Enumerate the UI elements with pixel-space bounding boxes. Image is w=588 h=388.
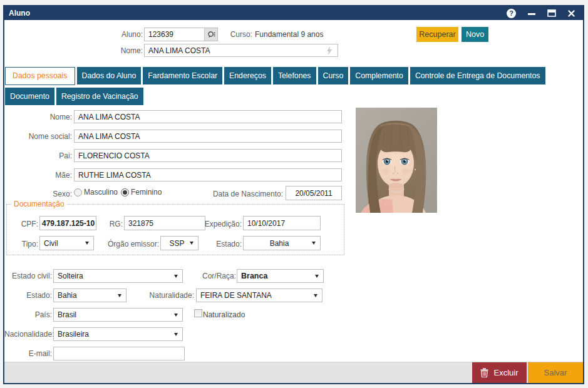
nome-social-label: Nome social: xyxy=(4,132,72,141)
cpf-label: CPF: xyxy=(7,220,38,228)
tab-fardamento-escolar[interactable]: Fardamento Escolar xyxy=(143,67,222,84)
radio-feminino-label: Feminino xyxy=(131,188,162,197)
nacionalidade-select[interactable]: Brasileira xyxy=(53,327,183,341)
naturalizado-checkbox[interactable] xyxy=(194,309,202,317)
trash-icon xyxy=(480,368,488,377)
dropdown-arrow-icon xyxy=(85,242,89,245)
lightning-icon xyxy=(326,46,333,55)
search-icon[interactable] xyxy=(204,28,217,41)
salvar-button[interactable]: Salvar xyxy=(528,362,583,383)
tab-dados-do-aluno[interactable]: Dados do Aluno xyxy=(77,67,142,84)
orgao-emissor-select[interactable]: SSP xyxy=(160,236,199,250)
mae-input[interactable]: RUTHE LIMA COSTA xyxy=(74,168,342,181)
close-icon[interactable] xyxy=(568,10,575,17)
pais-label: País: xyxy=(4,310,52,319)
pais-select[interactable]: Brasil xyxy=(53,308,183,322)
radio-masculino[interactable] xyxy=(74,188,82,197)
radio-masculino-label: Masculino xyxy=(84,188,118,197)
tab-controle-entrega-documentos[interactable]: Controle de Entrega de Documentos xyxy=(410,67,545,84)
email-input[interactable] xyxy=(53,347,185,360)
tab-dados-pessoais[interactable]: Dados pessoais xyxy=(5,67,75,85)
dropdown-arrow-icon xyxy=(314,294,317,297)
sexo-radio-group: Masculino Feminino xyxy=(74,188,162,197)
tab-bar-row1: Dados pessoais Dados do Aluno Fardamento… xyxy=(5,67,547,85)
dropdown-arrow-icon xyxy=(312,242,316,245)
rg-label: RG: xyxy=(88,220,123,228)
estado-label: Estado: xyxy=(4,291,52,300)
expedicao-input[interactable]: 10/10/2017 xyxy=(243,216,321,230)
dropdown-arrow-icon xyxy=(174,333,178,336)
tab-registro-vacinacao[interactable]: Registro de Vacinação xyxy=(56,88,143,105)
documentacao-fieldset: Documentação CPF: 479.187.125-10 RG: 321… xyxy=(6,204,344,255)
naturalizado-label: Naturalizado xyxy=(203,310,245,319)
tab-bar-row2: Documento Registro de Vacinação xyxy=(5,88,145,105)
pai-label: Pai: xyxy=(4,151,72,160)
dropdown-arrow-icon xyxy=(190,242,193,245)
orgao-emissor-label: Órgão emissor: xyxy=(104,240,159,248)
dropdown-arrow-icon xyxy=(315,275,319,278)
estado-select[interactable]: Bahia xyxy=(53,288,126,302)
naturalidade-label: Naturalidade: xyxy=(117,291,194,300)
aluno-window: Aluno ? Aluno: 123639 Curso: Fundamental… xyxy=(3,5,584,384)
dropdown-arrow-icon xyxy=(174,314,178,317)
data-nascimento-label: Data de Nascimento: xyxy=(205,190,283,198)
doc-estado-select[interactable]: Bahia xyxy=(243,236,321,250)
nome-header-label: Nome: xyxy=(92,46,143,55)
novo-button[interactable]: Novo xyxy=(462,27,488,42)
curso-value: Fundamental 9 anos xyxy=(255,30,323,39)
student-photo xyxy=(356,108,437,213)
cor-raca-select[interactable]: Branca xyxy=(237,269,324,283)
documentacao-legend: Documentação xyxy=(11,200,67,208)
sexo-label: Sexo: xyxy=(4,190,72,198)
curso-label: Curso: xyxy=(225,30,252,39)
estado-civil-label: Estado civil: xyxy=(4,272,52,280)
expedicao-label: Expedição: xyxy=(195,220,242,228)
nome-social-input[interactable]: ANA LIMA COSTA xyxy=(74,130,342,143)
pai-input[interactable]: FLORENCIO COSTA xyxy=(74,149,342,162)
window-title: Aluno xyxy=(9,9,30,18)
aluno-input[interactable]: 123639 xyxy=(144,28,218,41)
naturalidade-select[interactable]: FEIRA DE SANTANA xyxy=(196,288,322,302)
cor-raca-label: Cor/Raça: xyxy=(161,272,236,280)
tipo-label: Tipo: xyxy=(7,240,38,248)
tipo-select[interactable]: Civil xyxy=(39,236,94,250)
mae-label: Mãe: xyxy=(4,171,72,180)
footer-bar: Excluir Salvar xyxy=(4,362,583,383)
tab-curso[interactable]: Curso xyxy=(318,67,349,84)
minimize-icon[interactable] xyxy=(528,12,535,15)
data-nascimento-input[interactable]: 20/05/2011 xyxy=(286,186,342,200)
nome-input[interactable]: ANA LIMA COSTA xyxy=(74,110,342,123)
email-label: E-mail: xyxy=(4,349,52,358)
recuperar-button[interactable]: Recuperar xyxy=(416,27,458,42)
nome-label: Nome: xyxy=(4,113,72,121)
aluno-label: Aluno: xyxy=(92,30,143,39)
tab-documento[interactable]: Documento xyxy=(5,88,54,105)
excluir-button[interactable]: Excluir xyxy=(472,362,527,383)
nacionalidade-label: Nacionalidade: xyxy=(4,330,52,339)
tab-enderecos[interactable]: Endereços xyxy=(224,67,271,84)
tab-telefones[interactable]: Telefones xyxy=(273,67,316,84)
doc-estado-label: Estado: xyxy=(195,240,242,248)
title-bar: Aluno ? xyxy=(4,6,583,20)
tab-complemento[interactable]: Complemento xyxy=(350,67,408,84)
nome-header-input[interactable]: ANA LIMA COSTA xyxy=(144,44,338,57)
radio-feminino[interactable] xyxy=(121,188,129,197)
restore-icon[interactable] xyxy=(547,9,556,17)
help-icon[interactable]: ? xyxy=(507,9,516,18)
rg-input[interactable]: 321875 xyxy=(124,216,205,230)
